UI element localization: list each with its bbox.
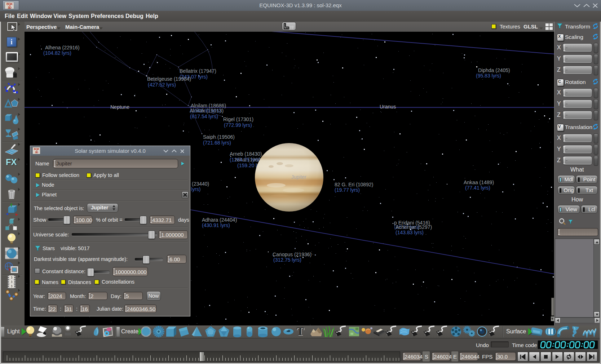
svg-text:T: T — [296, 325, 304, 338]
svg-text:3: 3 — [11, 280, 13, 284]
svg-text:3: 3 — [11, 276, 13, 279]
svg-text:3: 3 — [11, 284, 13, 288]
